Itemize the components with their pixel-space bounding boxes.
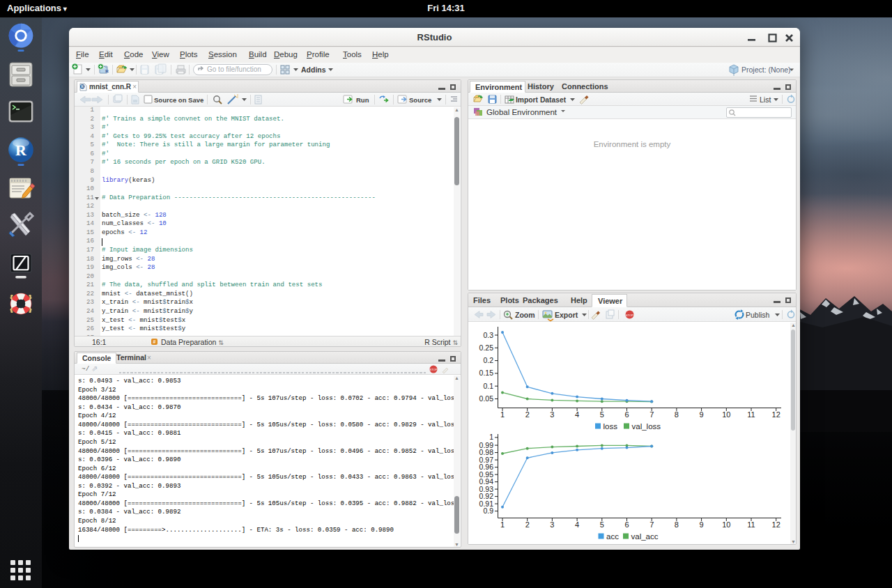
- svg-text:0.2: 0.2: [483, 356, 493, 364]
- svg-text:1: 1: [500, 410, 505, 419]
- svg-text:0.05: 0.05: [479, 394, 494, 403]
- svg-text:STOP: STOP: [626, 314, 634, 317]
- svg-text:2: 2: [525, 520, 530, 529]
- svg-text:5: 5: [600, 520, 604, 529]
- svg-text:0.9: 0.9: [483, 506, 493, 515]
- svg-text:Import Dataset: Import Dataset: [516, 96, 567, 104]
- svg-text:List: List: [760, 95, 771, 104]
- svg-text:10: 10: [722, 520, 730, 529]
- svg-text:12: 12: [772, 520, 780, 529]
- svg-text:R: R: [105, 68, 109, 74]
- svg-text:STOP: STOP: [430, 368, 438, 371]
- svg-text:7: 7: [649, 410, 654, 419]
- svg-text:2: 2: [525, 410, 530, 419]
- svg-text:1: 1: [489, 433, 493, 441]
- svg-text:Run: Run: [356, 96, 369, 104]
- svg-text:loss: loss: [603, 422, 618, 431]
- svg-text:Source: Source: [409, 96, 431, 104]
- svg-text:4: 4: [575, 410, 579, 419]
- svg-text:0.3: 0.3: [483, 331, 493, 339]
- svg-text:8: 8: [675, 520, 679, 529]
- svg-text:6: 6: [624, 410, 629, 419]
- svg-text:0.1: 0.1: [483, 382, 493, 390]
- svg-text:3: 3: [550, 410, 554, 419]
- svg-text:9: 9: [700, 410, 704, 419]
- svg-text:5: 5: [600, 410, 604, 419]
- svg-text:9: 9: [700, 520, 704, 529]
- svg-text:1: 1: [500, 520, 505, 529]
- svg-text:Source on Save: Source on Save: [154, 96, 203, 104]
- svg-text:7: 7: [649, 520, 654, 529]
- svg-text:11: 11: [747, 410, 755, 419]
- svg-text:val_loss: val_loss: [632, 422, 661, 431]
- svg-text:10: 10: [722, 410, 730, 419]
- svg-text:11: 11: [747, 520, 755, 529]
- svg-text:R: R: [15, 141, 27, 159]
- svg-text:Go to file/function: Go to file/function: [207, 65, 261, 73]
- svg-text:4: 4: [575, 520, 579, 529]
- svg-text:0.15: 0.15: [479, 369, 494, 377]
- svg-text:val_acc: val_acc: [631, 532, 659, 541]
- svg-text:Export: Export: [555, 311, 578, 319]
- svg-text:Publish: Publish: [746, 311, 770, 319]
- svg-text:Zoom: Zoom: [515, 311, 535, 319]
- svg-text:Project: (None): Project: (None): [741, 65, 791, 74]
- svg-text:8: 8: [675, 410, 679, 419]
- svg-text:Addins: Addins: [301, 65, 326, 74]
- svg-text:6: 6: [624, 520, 629, 529]
- svg-text:3: 3: [550, 520, 554, 529]
- svg-text:0.25: 0.25: [479, 343, 494, 352]
- svg-text:12: 12: [772, 410, 780, 419]
- svg-text:acc: acc: [606, 532, 619, 541]
